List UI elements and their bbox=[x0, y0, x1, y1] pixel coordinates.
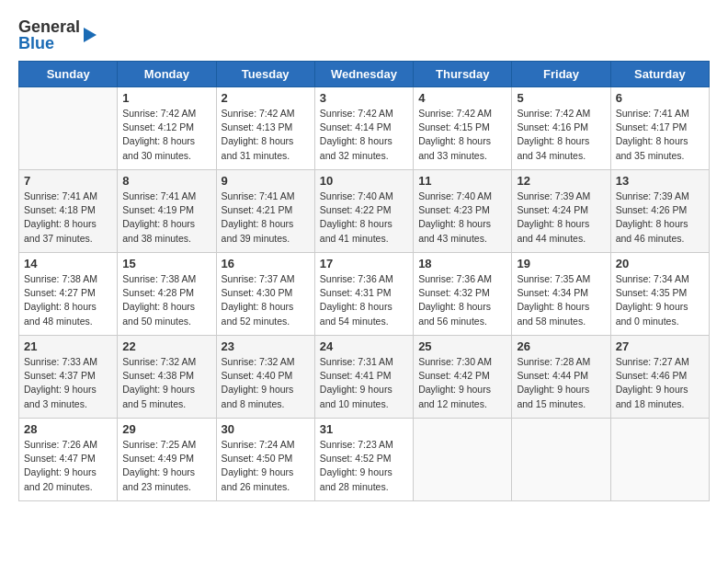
day-info: Sunrise: 7:42 AMSunset: 4:12 PMDaylight:… bbox=[122, 107, 210, 163]
logo: General Blue bbox=[18, 18, 97, 52]
day-info: Sunrise: 7:34 AMSunset: 4:35 PMDaylight:… bbox=[616, 272, 704, 328]
day-number: 17 bbox=[320, 257, 408, 270]
logo-line1: General bbox=[18, 18, 80, 35]
calendar-cell: 15Sunrise: 7:38 AMSunset: 4:28 PMDayligh… bbox=[118, 253, 216, 336]
day-number: 13 bbox=[616, 174, 704, 188]
calendar-cell: 29Sunrise: 7:25 AMSunset: 4:49 PMDayligh… bbox=[118, 419, 216, 501]
calendar-cell: 11Sunrise: 7:40 AMSunset: 4:23 PMDayligh… bbox=[414, 170, 512, 253]
day-info: Sunrise: 7:25 AMSunset: 4:49 PMDaylight:… bbox=[122, 438, 210, 494]
day-header-monday: Monday bbox=[118, 62, 216, 87]
day-number: 14 bbox=[24, 257, 112, 270]
day-info: Sunrise: 7:38 AMSunset: 4:27 PMDaylight:… bbox=[24, 272, 112, 328]
day-header-friday: Friday bbox=[512, 62, 610, 87]
day-number: 26 bbox=[517, 339, 605, 353]
calendar-cell: 31Sunrise: 7:23 AMSunset: 4:52 PMDayligh… bbox=[314, 419, 413, 501]
day-info: Sunrise: 7:39 AMSunset: 4:24 PMDaylight:… bbox=[517, 190, 605, 246]
day-number: 10 bbox=[320, 174, 408, 188]
day-info: Sunrise: 7:39 AMSunset: 4:26 PMDaylight:… bbox=[616, 190, 704, 246]
day-info: Sunrise: 7:28 AMSunset: 4:44 PMDaylight:… bbox=[517, 355, 605, 411]
week-row-3: 14Sunrise: 7:38 AMSunset: 4:27 PMDayligh… bbox=[19, 253, 710, 336]
day-info: Sunrise: 7:33 AMSunset: 4:37 PMDaylight:… bbox=[24, 355, 112, 411]
calendar-cell: 19Sunrise: 7:35 AMSunset: 4:34 PMDayligh… bbox=[512, 253, 610, 336]
day-info: Sunrise: 7:31 AMSunset: 4:41 PMDaylight:… bbox=[320, 355, 408, 411]
day-info: Sunrise: 7:42 AMSunset: 4:15 PMDaylight:… bbox=[418, 107, 506, 163]
calendar-cell: 3Sunrise: 7:42 AMSunset: 4:14 PMDaylight… bbox=[314, 87, 413, 170]
day-number: 24 bbox=[320, 339, 408, 353]
page-header: General Blue bbox=[18, 18, 710, 52]
day-number: 23 bbox=[222, 339, 310, 353]
day-info: Sunrise: 7:26 AMSunset: 4:47 PMDaylight:… bbox=[24, 438, 112, 494]
day-number: 6 bbox=[616, 91, 704, 105]
day-info: Sunrise: 7:30 AMSunset: 4:42 PMDaylight:… bbox=[418, 355, 506, 411]
day-header-thursday: Thursday bbox=[414, 62, 512, 87]
day-number: 19 bbox=[517, 257, 605, 270]
calendar-cell: 21Sunrise: 7:33 AMSunset: 4:37 PMDayligh… bbox=[19, 336, 118, 419]
day-info: Sunrise: 7:36 AMSunset: 4:32 PMDaylight:… bbox=[418, 272, 506, 328]
day-info: Sunrise: 7:38 AMSunset: 4:28 PMDaylight:… bbox=[122, 272, 210, 328]
day-number: 12 bbox=[517, 174, 605, 188]
day-headers-row: SundayMondayTuesdayWednesdayThursdayFrid… bbox=[19, 62, 710, 87]
calendar-cell: 26Sunrise: 7:28 AMSunset: 4:44 PMDayligh… bbox=[512, 336, 610, 419]
day-number: 2 bbox=[222, 91, 310, 105]
week-row-4: 21Sunrise: 7:33 AMSunset: 4:37 PMDayligh… bbox=[19, 336, 710, 419]
calendar-cell bbox=[610, 419, 709, 501]
day-info: Sunrise: 7:24 AMSunset: 4:50 PMDaylight:… bbox=[222, 438, 310, 494]
day-number: 20 bbox=[616, 257, 704, 270]
day-info: Sunrise: 7:36 AMSunset: 4:31 PMDaylight:… bbox=[320, 272, 408, 328]
calendar-cell: 23Sunrise: 7:32 AMSunset: 4:40 PMDayligh… bbox=[216, 336, 314, 419]
day-header-wednesday: Wednesday bbox=[314, 62, 413, 87]
day-number: 22 bbox=[122, 339, 210, 353]
day-number: 27 bbox=[616, 339, 704, 353]
day-info: Sunrise: 7:23 AMSunset: 4:52 PMDaylight:… bbox=[320, 438, 408, 494]
calendar-cell: 28Sunrise: 7:26 AMSunset: 4:47 PMDayligh… bbox=[19, 419, 118, 501]
calendar-cell: 22Sunrise: 7:32 AMSunset: 4:38 PMDayligh… bbox=[118, 336, 216, 419]
calendar-cell: 24Sunrise: 7:31 AMSunset: 4:41 PMDayligh… bbox=[314, 336, 413, 419]
calendar-cell: 27Sunrise: 7:27 AMSunset: 4:46 PMDayligh… bbox=[610, 336, 709, 419]
day-number: 3 bbox=[320, 91, 408, 105]
day-info: Sunrise: 7:37 AMSunset: 4:30 PMDaylight:… bbox=[222, 272, 310, 328]
day-header-saturday: Saturday bbox=[610, 62, 709, 87]
day-info: Sunrise: 7:35 AMSunset: 4:34 PMDaylight:… bbox=[517, 272, 605, 328]
calendar-cell bbox=[414, 419, 512, 501]
calendar-cell bbox=[512, 419, 610, 501]
logo-line2: Blue bbox=[18, 35, 80, 52]
day-number: 16 bbox=[222, 257, 310, 270]
day-number: 25 bbox=[418, 339, 506, 353]
calendar-cell: 6Sunrise: 7:41 AMSunset: 4:17 PMDaylight… bbox=[610, 87, 709, 170]
calendar-header: SundayMondayTuesdayWednesdayThursdayFrid… bbox=[19, 62, 710, 87]
day-number: 8 bbox=[122, 174, 210, 188]
calendar-cell: 12Sunrise: 7:39 AMSunset: 4:24 PMDayligh… bbox=[512, 170, 610, 253]
calendar-cell: 4Sunrise: 7:42 AMSunset: 4:15 PMDaylight… bbox=[414, 87, 512, 170]
day-number: 15 bbox=[122, 257, 210, 270]
calendar-cell bbox=[19, 87, 118, 170]
day-number: 18 bbox=[418, 257, 506, 270]
calendar-cell: 14Sunrise: 7:38 AMSunset: 4:27 PMDayligh… bbox=[19, 253, 118, 336]
logo-arrow-icon bbox=[84, 28, 97, 42]
calendar-cell: 9Sunrise: 7:41 AMSunset: 4:21 PMDaylight… bbox=[216, 170, 314, 253]
calendar-cell: 30Sunrise: 7:24 AMSunset: 4:50 PMDayligh… bbox=[216, 419, 314, 501]
calendar-table: SundayMondayTuesdayWednesdayThursdayFrid… bbox=[18, 61, 710, 501]
day-number: 29 bbox=[122, 422, 210, 436]
calendar-cell: 16Sunrise: 7:37 AMSunset: 4:30 PMDayligh… bbox=[216, 253, 314, 336]
day-number: 31 bbox=[320, 422, 408, 436]
day-info: Sunrise: 7:40 AMSunset: 4:22 PMDaylight:… bbox=[320, 190, 408, 246]
day-number: 30 bbox=[222, 422, 310, 436]
calendar-cell: 7Sunrise: 7:41 AMSunset: 4:18 PMDaylight… bbox=[19, 170, 118, 253]
day-header-sunday: Sunday bbox=[19, 62, 118, 87]
day-header-tuesday: Tuesday bbox=[216, 62, 314, 87]
day-info: Sunrise: 7:42 AMSunset: 4:16 PMDaylight:… bbox=[517, 107, 605, 163]
day-number: 7 bbox=[24, 174, 112, 188]
day-number: 9 bbox=[222, 174, 310, 188]
day-info: Sunrise: 7:42 AMSunset: 4:13 PMDaylight:… bbox=[222, 107, 310, 163]
week-row-2: 7Sunrise: 7:41 AMSunset: 4:18 PMDaylight… bbox=[19, 170, 710, 253]
day-info: Sunrise: 7:42 AMSunset: 4:14 PMDaylight:… bbox=[320, 107, 408, 163]
calendar-cell: 10Sunrise: 7:40 AMSunset: 4:22 PMDayligh… bbox=[314, 170, 413, 253]
day-number: 5 bbox=[517, 91, 605, 105]
day-number: 1 bbox=[122, 91, 210, 105]
day-number: 28 bbox=[24, 422, 112, 436]
day-info: Sunrise: 7:41 AMSunset: 4:21 PMDaylight:… bbox=[222, 190, 310, 246]
calendar-cell: 5Sunrise: 7:42 AMSunset: 4:16 PMDaylight… bbox=[512, 87, 610, 170]
calendar-cell: 8Sunrise: 7:41 AMSunset: 4:19 PMDaylight… bbox=[118, 170, 216, 253]
calendar-cell: 13Sunrise: 7:39 AMSunset: 4:26 PMDayligh… bbox=[610, 170, 709, 253]
calendar-cell: 25Sunrise: 7:30 AMSunset: 4:42 PMDayligh… bbox=[414, 336, 512, 419]
